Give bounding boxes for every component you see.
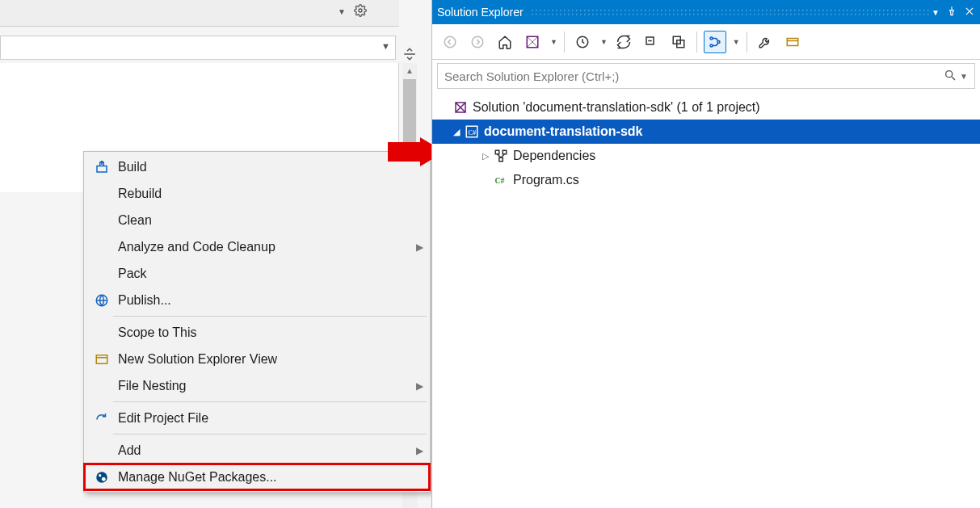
split-icon[interactable]: [402, 47, 417, 64]
menu-item-label: New Solution Explorer View: [113, 352, 410, 367]
tree-label: Solution 'document-translation-sdk' (1 o…: [469, 100, 760, 115]
svg-rect-23: [787, 38, 798, 45]
editor-scope-dropdown[interactable]: ▼: [0, 36, 396, 60]
tree-solution-node[interactable]: Solution 'document-translation-sdk' (1 o…: [432, 95, 980, 120]
blank-icon: [90, 377, 113, 395]
editor-options-caret[interactable]: ▼: [338, 4, 346, 19]
solution-explorer-panel: Solution Explorer ▼ ▼ ▼ ▼ Search: [431, 0, 980, 508]
nuget-icon: [90, 468, 113, 486]
nav-back-button[interactable]: [439, 31, 461, 53]
menu-item-clean[interactable]: Clean: [84, 207, 430, 233]
svg-text:C#: C#: [495, 176, 505, 185]
menu-item-analyze-and-code-cleanup[interactable]: Analyze and Code Cleanup▶: [84, 233, 430, 260]
submenu-arrow-icon: ▶: [410, 445, 423, 456]
menu-item-label: Edit Project File: [113, 411, 410, 426]
tree-label: Dependencies: [510, 149, 595, 163]
sync-button[interactable]: [612, 31, 635, 53]
solution-tree: Solution 'document-translation-sdk' (1 o…: [432, 92, 980, 195]
menu-separator: [113, 316, 427, 317]
search-icon[interactable]: [944, 69, 957, 84]
titlebar-grip[interactable]: [530, 8, 932, 16]
nav-forward-button[interactable]: [466, 31, 489, 53]
project-context-menu: BuildRebuildCleanAnalyze and Code Cleanu…: [83, 151, 431, 493]
solution-icon: [452, 100, 469, 115]
solution-explorer-search[interactable]: Search Solution Explorer (Ctrl+;) ▼: [437, 63, 975, 89]
nesting-button[interactable]: [704, 31, 726, 53]
menu-separator: [113, 434, 427, 435]
menu-item-build[interactable]: Build: [84, 153, 430, 180]
menu-separator: [113, 401, 427, 402]
menu-item-label: Clean: [113, 213, 410, 228]
editor-top-strip: ▼: [0, 0, 399, 27]
svg-point-20: [710, 37, 713, 40]
blank-icon: [90, 265, 113, 283]
collapse-all-button[interactable]: [640, 31, 662, 53]
submenu-arrow-icon: ▶: [410, 380, 423, 392]
svg-rect-5: [96, 355, 107, 363]
tree-file-node[interactable]: C# Program.cs: [432, 168, 980, 192]
properties-button[interactable]: [754, 31, 776, 53]
home-button[interactable]: [494, 31, 516, 53]
svg-point-22: [717, 40, 720, 43]
preview-button[interactable]: [781, 31, 804, 53]
chevron-down-icon[interactable]: ▼: [957, 72, 968, 81]
csharp-project-icon: C#: [463, 124, 481, 139]
tree-dependencies-node[interactable]: ▷ Dependencies: [432, 144, 980, 168]
close-icon[interactable]: [964, 6, 975, 19]
menu-item-edit-project-file[interactable]: Edit Project File: [84, 405, 430, 431]
svg-rect-31: [503, 150, 507, 154]
dependencies-icon: [492, 149, 510, 163]
window-menu-caret[interactable]: ▼: [932, 8, 940, 17]
menu-item-label: Pack: [113, 267, 410, 281]
menu-item-label: Manage NuGet Packages...: [113, 470, 410, 485]
menu-item-label: Scope to This: [113, 325, 410, 340]
menu-item-pack[interactable]: Pack: [84, 260, 430, 287]
svg-point-13: [444, 36, 456, 48]
menu-item-label: File Nesting: [113, 379, 410, 393]
blank-icon: [90, 212, 113, 229]
expander-open-icon[interactable]: ◢: [450, 127, 463, 137]
csharp-file-icon: C#: [492, 173, 510, 187]
svg-line-26: [952, 77, 955, 80]
menu-item-new-solution-explorer-view[interactable]: New Solution Explorer View: [84, 346, 430, 372]
menu-item-scope-to-this[interactable]: Scope to This: [84, 319, 430, 346]
menu-item-add[interactable]: Add▶: [84, 437, 430, 464]
menu-item-file-nesting[interactable]: File Nesting▶: [84, 372, 430, 399]
chevron-down-icon[interactable]: ▼: [599, 38, 608, 46]
svg-point-0: [359, 9, 362, 12]
build-icon: [90, 158, 113, 176]
menu-item-publish[interactable]: Publish...: [84, 287, 430, 313]
menu-item-rebuild[interactable]: Rebuild: [84, 180, 430, 207]
submenu-arrow-icon: ▶: [410, 241, 423, 253]
solution-explorer-title: Solution Explorer: [437, 6, 524, 19]
expander-closed-icon[interactable]: ▷: [479, 151, 492, 162]
chevron-down-icon[interactable]: ▼: [549, 38, 557, 46]
menu-item-label: Add: [113, 443, 410, 458]
toolbar-separator: [564, 31, 565, 52]
search-placeholder: Search Solution Explorer (Ctrl+;): [444, 69, 619, 83]
gear-icon[interactable]: [354, 4, 367, 19]
show-all-files-button[interactable]: [667, 31, 690, 53]
solution-explorer-toolbar: ▼ ▼ ▼: [432, 24, 980, 60]
scrollbar-up-icon[interactable]: ▲: [402, 63, 417, 78]
menu-item-label: Publish...: [113, 293, 410, 308]
menu-item-label: Analyze and Code Cleanup: [113, 240, 410, 254]
svg-rect-2: [97, 166, 107, 172]
blank-icon: [90, 238, 113, 256]
svg-point-21: [710, 44, 713, 47]
newview-icon: [90, 351, 113, 368]
chevron-down-icon[interactable]: ▼: [731, 38, 740, 46]
menu-item-label: Rebuild: [113, 187, 410, 201]
blank-icon: [90, 185, 113, 203]
switch-views-button[interactable]: [521, 31, 544, 53]
toolbar-separator: [747, 31, 747, 52]
menu-item-manage-nuget-packages[interactable]: Manage NuGet Packages...: [84, 464, 430, 490]
solution-explorer-titlebar[interactable]: Solution Explorer ▼: [432, 0, 980, 24]
pin-icon[interactable]: [946, 6, 957, 19]
svg-point-14: [472, 36, 483, 48]
svg-point-7: [96, 472, 107, 483]
tree-label: document-translation-sdk: [481, 124, 642, 139]
pending-changes-button[interactable]: [571, 31, 594, 53]
blank-icon: [90, 324, 113, 342]
tree-project-node[interactable]: ◢ C# document-translation-sdk: [432, 120, 980, 144]
